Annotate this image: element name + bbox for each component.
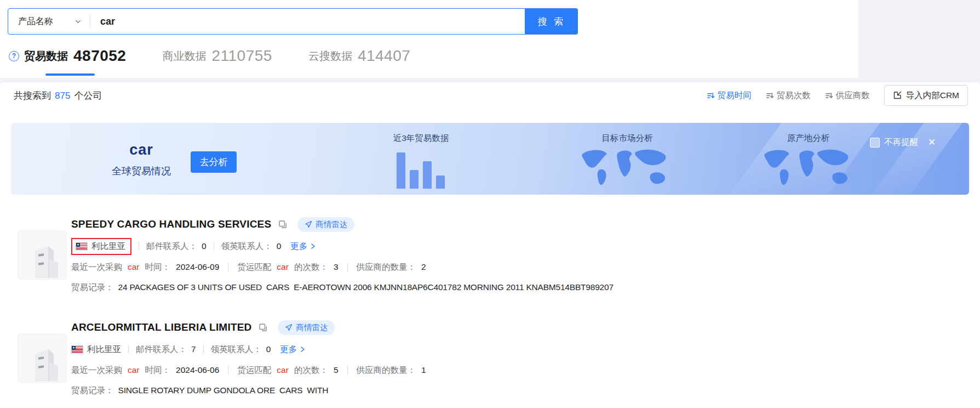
purchase-info-row: 最近一次采购 car 时间： 2024-06-09 货运匹配 car 的次数： …: [71, 260, 965, 274]
category-label: 产品名称: [18, 16, 53, 27]
copy-icon[interactable]: [278, 219, 288, 229]
keyword-highlight: CARS: [279, 386, 302, 395]
email-count: 7: [191, 344, 196, 354]
dismiss-label: 不再提醒: [884, 137, 918, 148]
badge-label: 商情雷达: [296, 322, 328, 333]
more-link[interactable]: 更多: [290, 241, 316, 252]
divider: [128, 345, 129, 354]
supplier-count: 1: [421, 365, 426, 375]
dismiss-checkbox[interactable]: [870, 138, 880, 148]
results-count-prefix: 共搜索到: [14, 89, 51, 102]
linkedin-contacts: 领英联系人： 0: [211, 344, 271, 355]
data-tabs: ? 贸易数据 487052 商业数据 2110755 云搜数据 414407: [9, 47, 410, 65]
radar-icon: [285, 324, 293, 331]
business-radar-badge[interactable]: 商情雷达: [297, 217, 354, 232]
business-radar-badge[interactable]: 商情雷达: [278, 320, 335, 335]
feature-trade-data-label: 近3年贸易数据: [392, 133, 450, 144]
banner-keyword: car: [103, 141, 180, 158]
import-crm-label: 导入内部CRM: [906, 90, 959, 101]
sort-supplier-count[interactable]: 供应商数: [825, 90, 870, 101]
category-dropdown[interactable]: 产品名称: [8, 16, 90, 27]
tab-label: 贸易数据: [24, 49, 68, 64]
search-box: 产品名称: [8, 8, 525, 35]
sort-toolbar: 贸易时间 贸易次数 供应商数 导入内部CRM: [707, 85, 968, 106]
tab-label: 云搜数据: [308, 49, 352, 64]
help-icon[interactable]: ?: [9, 51, 19, 61]
results-count-value: 875: [55, 90, 70, 101]
company-card: SPEEDY CARGO HANDLING SERVICES 商情雷达 ★ 利比…: [18, 217, 965, 294]
divider: [139, 242, 139, 251]
building-icon: [25, 346, 59, 382]
tab-count: 2110755: [211, 47, 272, 65]
liberia-flag-icon: ★: [76, 242, 88, 251]
country-tag[interactable]: ★ 利比里亚: [71, 344, 121, 355]
email-count: 0: [202, 241, 207, 251]
linkedin-count: 0: [277, 241, 282, 251]
country-tag-highlighted[interactable]: ★ 利比里亚: [71, 238, 131, 255]
keyword-highlight: car: [128, 365, 140, 375]
company-card: ARCELORMITTAL LIBERIA LIMITED 商情雷达 ★ 利比里…: [18, 320, 965, 397]
import-crm-button[interactable]: 导入内部CRM: [884, 85, 968, 106]
import-icon: [893, 91, 902, 100]
keyword-highlight: car: [277, 262, 289, 272]
company-name[interactable]: ARCELORMITTAL LIBERIA LIMITED: [71, 321, 251, 333]
tab-business-data[interactable]: 商业数据 2110755: [162, 47, 272, 65]
chevron-right-icon: [310, 243, 316, 250]
sort-icon: [766, 92, 774, 100]
search-bar: 产品名称 搜 索: [8, 8, 578, 35]
sort-label: 贸易时间: [718, 90, 752, 101]
banner-subtitle: 全球贸易情况: [103, 165, 180, 178]
sort-label: 贸易次数: [777, 90, 811, 101]
country-label: 利比里亚: [91, 241, 125, 252]
tab-count: 487052: [73, 47, 126, 65]
company-name[interactable]: SPEEDY CARGO HANDLING SERVICES: [71, 218, 271, 230]
purchase-info-row: 最近一次采购 car 时间： 2024-06-06 货运匹配 car 的次数： …: [71, 363, 965, 377]
search-input[interactable]: [90, 16, 525, 27]
divider: [228, 366, 228, 375]
more-link[interactable]: 更多: [280, 344, 306, 355]
sort-trade-time[interactable]: 贸易时间: [707, 90, 752, 101]
active-tab-underline: [45, 73, 95, 76]
building-icon: [25, 243, 59, 279]
copy-icon[interactable]: [258, 322, 268, 332]
match-count: 5: [334, 365, 339, 375]
bar-chart-icon: [397, 151, 445, 189]
banner-keyword-block: car 全球贸易情况: [103, 141, 180, 178]
tab-trade-data[interactable]: ? 贸易数据 487052: [9, 47, 126, 65]
radar-icon: [305, 220, 312, 228]
analysis-banner: car 全球贸易情况 去分析 近3年贸易数据 目标市场分析 原产地分析 不再提醒…: [11, 123, 969, 195]
feature-target-market-label: 目标市场分析: [600, 133, 655, 144]
divider: [347, 263, 348, 271]
tab-cloud-search-data[interactable]: 云搜数据 414407: [308, 47, 410, 65]
linkedin-count: 0: [266, 344, 271, 354]
analyze-button[interactable]: 去分析: [191, 151, 237, 173]
linkedin-contacts: 领英联系人： 0: [221, 241, 282, 252]
world-map-icon: [576, 145, 675, 195]
feature-origin-label: 原产地分析: [782, 133, 834, 144]
trade-record-row: 贸易记录： 24 PACKAGES OF 3 UNITS OF USED CAR…: [71, 281, 965, 294]
divider: [203, 345, 204, 354]
divider: [228, 263, 228, 271]
keyword-highlight: car: [128, 262, 140, 272]
search-button[interactable]: 搜 索: [525, 8, 578, 35]
tab-label: 商业数据: [162, 49, 206, 64]
chevron-right-icon: [299, 346, 306, 353]
liberia-flag-icon: ★: [71, 345, 83, 354]
tab-count: 414407: [358, 47, 410, 65]
company-thumbnail: [18, 230, 67, 280]
dismiss-control: 不再提醒 ✕: [870, 137, 936, 148]
results-count-suffix: 个公司: [74, 89, 102, 102]
sort-label: 供应商数: [836, 90, 870, 101]
sort-icon: [825, 92, 833, 100]
sort-trade-count[interactable]: 贸易次数: [766, 90, 811, 101]
world-map-icon: [759, 145, 857, 195]
chevron-down-icon: [75, 19, 81, 25]
sort-icon: [707, 92, 715, 100]
badge-label: 商情雷达: [316, 219, 347, 230]
country-label: 利比里亚: [87, 344, 121, 355]
close-icon[interactable]: ✕: [928, 137, 936, 148]
supplier-count: 2: [421, 262, 426, 272]
trade-record-row: 贸易记录： SINGLE ROTARY DUMP GONDOLA ORE CAR…: [71, 384, 965, 397]
results-count: 共搜索到 875 个公司: [14, 89, 102, 102]
email-contacts: 邮件联系人： 7: [136, 344, 196, 355]
